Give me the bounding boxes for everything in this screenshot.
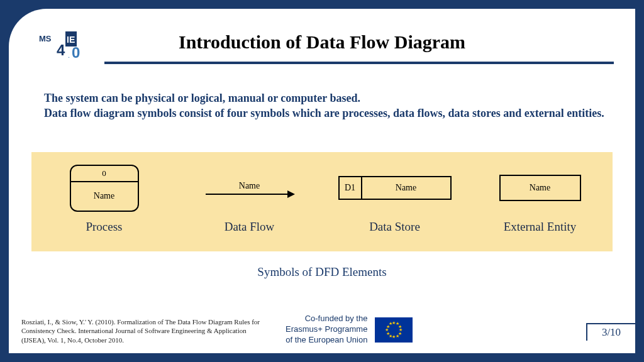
process-id: 0 [71,166,138,182]
symbol-dataflow: Name Data Flow [180,160,319,234]
entity-label: External Entity [504,220,577,234]
body-line-2: Data flow diagram symbols consist of fou… [44,107,604,119]
cofunded-line1: Co-funded by the [305,314,368,323]
dataflow-name: Name [239,181,260,191]
symbols-container: 0 Name Process Name Data Flow D1 Name [31,152,613,251]
cofunded-block: Co-funded by the Erasmus+ Programme of t… [286,314,413,346]
symbol-datastore: D1 Name Data Store [326,160,464,234]
process-name: Name [71,182,138,211]
title-underline [104,62,614,64]
eu-flag-icon: ★★★★★★★★★★★★ [375,317,413,343]
arrow-icon [206,194,294,195]
cofunded-line2: Erasmus+ Programme [286,324,367,334]
process-shape: 0 Name [70,160,139,216]
symbol-process: 0 Name Process [35,160,174,234]
datastore-label: Data Store [369,220,420,234]
figure-caption: Symbols of DFD Elements [9,265,635,279]
slide-frame: MS IE 4 . 0 Introduction of Data Flow Di… [9,9,635,353]
datastore-shape: D1 Name [338,160,452,216]
process-label: Process [86,220,122,234]
slide-title: Introduction of Data Flow Diagram [9,31,635,53]
page-number: 3/10 [586,323,635,341]
cofunded-text: Co-funded by the Erasmus+ Programme of t… [286,314,367,346]
body-text: The system can be physical or logical, m… [44,90,610,121]
dataflow-label: Data Flow [225,220,275,234]
datastore-name: Name [362,177,450,199]
datastore-id: D1 [340,177,362,199]
cofunded-line3: of the European Union [286,335,367,344]
entity-shape: Name [499,160,581,216]
entity-name: Name [499,175,581,201]
citation-text: Rosziati, I., & Siow, Y.' Y. (2010). For… [21,317,260,344]
dataflow-shape: Name [206,160,294,216]
symbol-entity: Name External Entity [471,160,609,234]
body-line-1: The system can be physical or logical, m… [44,92,360,104]
